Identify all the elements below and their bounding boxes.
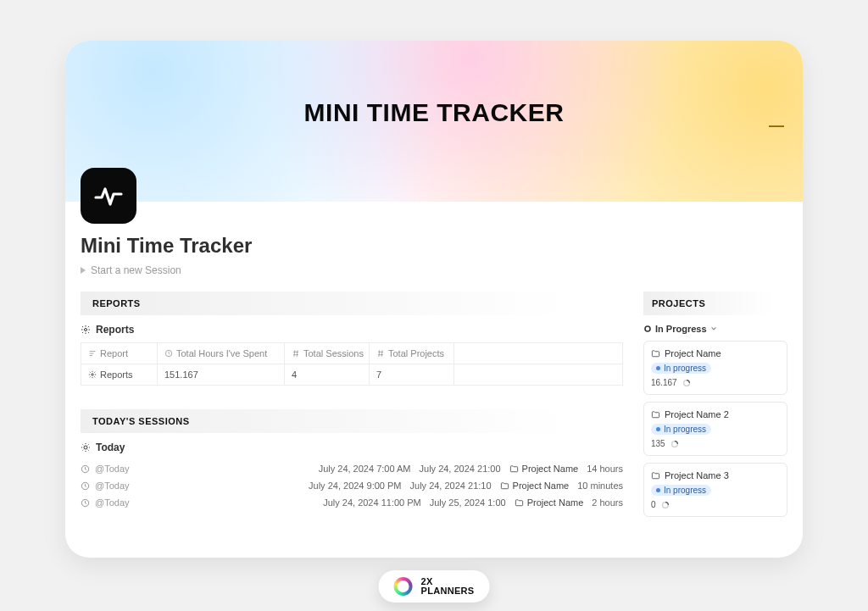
reports-section-header: REPORTS (81, 292, 623, 315)
session-label: @Today (95, 497, 130, 508)
folder-icon (651, 349, 660, 358)
session-duration: 14 hours (587, 464, 623, 474)
chevron-down-icon (710, 325, 717, 332)
status-badge: In progress (651, 363, 711, 374)
page-title: Mini Time Tracker (81, 202, 787, 258)
clock-icon (81, 464, 90, 474)
pulse-icon (92, 179, 125, 213)
clock-icon (81, 498, 90, 508)
session-start: July 24, 2024 7:00 AM (319, 464, 411, 474)
spinner-icon (670, 440, 679, 448)
folder-icon (500, 481, 509, 491)
clock-icon (81, 481, 90, 491)
session-row[interactable]: @TodayJuly 24, 2024 11:00 PMJuly 25, 202… (81, 494, 623, 511)
row-name: Reports (100, 369, 133, 380)
session-project[interactable]: Project Name (509, 464, 579, 474)
spinner-icon (661, 501, 670, 509)
hero-banner: MINI TIME TRACKER — (65, 41, 803, 202)
brand-pill[interactable]: 2X PLANNERS (379, 570, 490, 603)
sessions-view-label: Today (96, 442, 125, 453)
col-sessions: Total Sessions (303, 348, 364, 358)
projects-view-label: In Progress (655, 324, 707, 334)
gear-icon (88, 370, 97, 379)
spinner-icon (682, 379, 691, 387)
project-card[interactable]: Project NameIn progress16.167 (643, 341, 787, 395)
session-end: July 24, 2024 21:00 (420, 464, 501, 474)
session-end: July 25, 2024 1:00 (430, 497, 506, 508)
sessions-view-tab[interactable]: Today (81, 442, 623, 453)
status-badge: In progress (651, 424, 711, 435)
status-badge: In progress (651, 485, 711, 496)
reports-table: Report Total Hours I've Spent Total Sess… (81, 342, 623, 386)
session-start: July 24, 2024 9:00 PM (309, 480, 401, 491)
reports-view-label: Reports (96, 324, 134, 336)
row-projects: 7 (370, 364, 454, 386)
hash-icon (292, 349, 300, 358)
session-row[interactable]: @TodayJuly 24, 2024 9:00 PMJuly 24, 2024… (81, 477, 623, 494)
collapse-icon[interactable]: — (769, 117, 784, 135)
folder-icon (515, 498, 524, 508)
session-project[interactable]: Project Name (500, 480, 570, 491)
row-sessions: 4 (285, 364, 370, 386)
start-session-button[interactable]: Start a new Session (81, 264, 787, 276)
project-name: Project Name 2 (665, 409, 729, 419)
start-session-label: Start a new Session (91, 264, 181, 276)
svg-point-0 (85, 329, 87, 331)
folder-icon (651, 410, 660, 419)
brand-logo-icon (394, 577, 413, 596)
app-card: MINI TIME TRACKER — Mini Time Tracker St… (65, 41, 803, 558)
brand-bottom: PLANNERS (421, 586, 475, 596)
hash-icon (376, 349, 385, 358)
svg-point-7 (645, 326, 650, 331)
session-duration: 2 hours (592, 497, 623, 508)
project-name: Project Name 3 (665, 470, 729, 480)
col-report: Report (100, 348, 128, 358)
status-dot-icon (643, 325, 652, 333)
text-icon (88, 349, 97, 358)
session-label: @Today (95, 480, 130, 491)
session-start: July 24, 2024 11:00 PM (323, 497, 421, 508)
projects-view-tab[interactable]: In Progress (643, 324, 787, 334)
play-icon (81, 267, 86, 274)
col-projects: Total Projects (388, 348, 444, 358)
session-duration: 10 minutes (577, 480, 623, 491)
gear-icon (81, 325, 91, 335)
sun-icon (81, 442, 91, 453)
session-project[interactable]: Project Name (515, 497, 584, 508)
col-hours: Total Hours I've Spent (176, 348, 267, 358)
folder-icon (651, 471, 660, 480)
project-hours: 16.167 (651, 378, 677, 387)
sessions-section-header: TODAY'S SESSIONS (81, 409, 623, 433)
hero-title: MINI TIME TRACKER (304, 98, 565, 127)
app-icon (81, 168, 136, 224)
folder-icon (509, 464, 519, 474)
project-card[interactable]: Project Name 3In progress0 (643, 463, 787, 517)
reports-view-tab[interactable]: Reports (81, 324, 623, 336)
row-hours: 151.167 (158, 364, 285, 386)
projects-section-header: PROJECTS (643, 292, 787, 315)
table-row[interactable]: Reports 151.167 4 7 (81, 364, 623, 386)
clock-icon (164, 349, 173, 358)
project-card[interactable]: Project Name 2In progress135 (643, 402, 787, 456)
session-row[interactable]: @TodayJuly 24, 2024 7:00 AMJuly 24, 2024… (81, 460, 623, 477)
session-label: @Today (95, 464, 130, 474)
svg-point-2 (92, 374, 94, 376)
project-name: Project Name (665, 348, 721, 358)
svg-point-3 (84, 446, 87, 449)
project-hours: 135 (651, 439, 665, 448)
session-end: July 24, 2024 21:10 (410, 480, 492, 491)
project-hours: 0 (651, 500, 656, 509)
